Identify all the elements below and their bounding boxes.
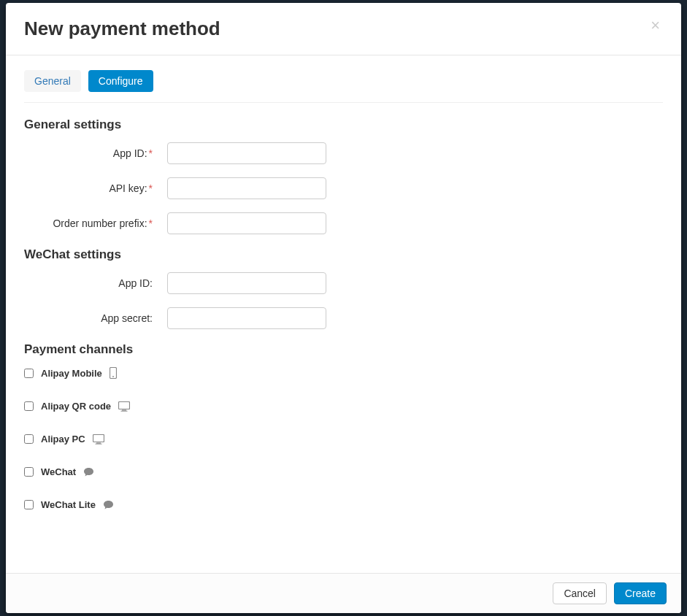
channel-alipay-pc: Alipay PC [24, 434, 663, 444]
tab-bar: General Configure [24, 70, 663, 103]
svg-rect-5 [93, 434, 104, 442]
wechat-settings-heading: WeChat settings [24, 247, 663, 262]
svg-rect-7 [95, 443, 101, 444]
required-marker: * [149, 217, 153, 229]
close-button[interactable]: × [648, 18, 663, 34]
required-marker: * [149, 147, 153, 159]
channel-checkbox-alipay-qr[interactable] [24, 401, 34, 411]
mobile-icon [110, 367, 117, 379]
wechat-app-secret-input[interactable] [167, 307, 326, 329]
tab-configure[interactable]: Configure [88, 70, 153, 92]
svg-rect-4 [121, 410, 128, 411]
wechat-app-id-input[interactable] [167, 272, 326, 294]
required-marker: * [149, 182, 153, 194]
modal-footer: Cancel Create [6, 573, 681, 613]
chat-icon [83, 467, 94, 477]
api-key-input[interactable] [167, 177, 326, 199]
channel-wechat-lite: WeChat Lite [24, 499, 663, 510]
form-row-app-id: App ID:* [24, 142, 663, 164]
svg-point-1 [112, 376, 114, 377]
channel-wechat: WeChat [24, 466, 663, 477]
order-prefix-label: Order number prefix:* [24, 217, 154, 229]
channel-checkbox-alipay-mobile[interactable] [24, 369, 34, 378]
wechat-app-id-label: App ID: [24, 277, 154, 289]
create-button[interactable]: Create [614, 582, 667, 604]
channel-label: Alipay QR code [41, 401, 111, 412]
payment-method-modal: New payment method × General Configure G… [6, 3, 681, 613]
chat-icon [103, 500, 114, 510]
form-row-order-prefix: Order number prefix:* [24, 212, 663, 234]
channel-checkbox-alipay-pc[interactable] [24, 434, 34, 444]
modal-title: New payment method [24, 18, 220, 40]
desktop-icon [118, 401, 130, 412]
app-id-label: App ID:* [24, 147, 154, 159]
app-id-input[interactable] [167, 142, 326, 164]
svg-rect-6 [96, 442, 101, 443]
form-row-wechat-app-secret: App secret: [24, 307, 663, 329]
payment-channels-heading: Payment channels [24, 342, 663, 357]
channel-alipay-mobile: Alipay Mobile [24, 367, 663, 379]
channel-checkbox-wechat-lite[interactable] [24, 500, 34, 509]
desktop-icon [93, 434, 104, 444]
modal-body[interactable]: General Configure General settings App I… [6, 55, 681, 573]
form-row-api-key: API key:* [24, 177, 663, 199]
channel-label: Alipay Mobile [41, 368, 102, 379]
form-row-wechat-app-id: App ID: [24, 272, 663, 294]
general-settings-heading: General settings [24, 118, 663, 132]
svg-rect-3 [122, 409, 126, 410]
modal-header: New payment method × [6, 3, 681, 55]
svg-rect-2 [119, 401, 130, 409]
channel-checkbox-wechat[interactable] [24, 467, 34, 477]
channel-label: Alipay PC [41, 434, 85, 444]
channel-label: WeChat [41, 466, 76, 477]
tab-general[interactable]: General [24, 70, 81, 92]
api-key-label: API key:* [24, 182, 154, 194]
channel-label: WeChat Lite [41, 499, 96, 510]
channel-alipay-qr: Alipay QR code [24, 401, 663, 412]
wechat-app-secret-label: App secret: [24, 312, 154, 324]
cancel-button[interactable]: Cancel [553, 582, 607, 604]
order-prefix-input[interactable] [167, 212, 326, 234]
